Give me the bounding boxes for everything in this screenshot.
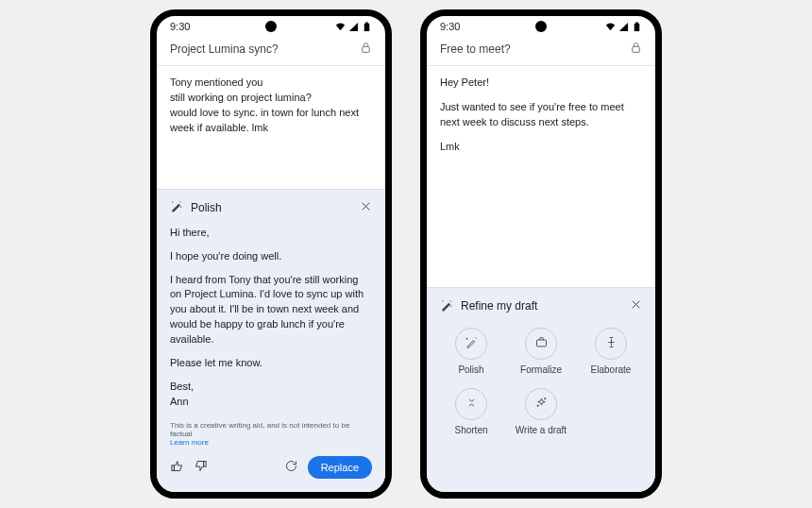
briefcase-icon — [534, 335, 549, 353]
chip-polish[interactable]: Polish — [440, 328, 502, 375]
learn-more-link[interactable]: Learn more — [170, 438, 209, 447]
panel-title-text: Polish — [191, 201, 222, 214]
magic-pen-icon — [170, 199, 183, 215]
body-line: Tony mentioned you — [170, 76, 372, 91]
body-line: would love to sync. in town for lunch ne… — [170, 106, 372, 136]
lock-icon — [630, 41, 642, 58]
signal-icon — [618, 22, 629, 32]
svg-point-11 — [450, 305, 451, 306]
chip-elaborate[interactable]: Elaborate — [580, 328, 642, 375]
svg-point-4 — [180, 207, 181, 208]
battery-icon — [632, 22, 642, 32]
polish-line: Please let me know. — [170, 356, 372, 371]
panel-title: Refine my draft — [440, 298, 537, 314]
wifi-icon — [335, 22, 346, 32]
shorten-icon — [465, 396, 479, 414]
svg-point-12 — [466, 338, 467, 339]
wand-icon — [465, 335, 479, 353]
polish-line: Best, — [170, 380, 372, 395]
body-line: Just wanted to see if you're free to mee… — [440, 100, 642, 130]
camera-hole — [535, 21, 547, 32]
status-time: 9:30 — [170, 21, 190, 32]
status-bar: 9:30 — [157, 16, 385, 37]
panel-body: Hi there, I hope you're doing well. I he… — [157, 222, 385, 415]
disclaimer: This is a creative writing aid, and is n… — [157, 415, 385, 449]
wifi-icon — [605, 22, 616, 32]
phone-left: 9:30 Project Lumina sync? Tony mentioned… — [150, 9, 392, 499]
svg-rect-1 — [365, 22, 368, 23]
magic-pen-icon — [440, 298, 453, 314]
status-icons — [605, 22, 642, 32]
svg-rect-7 — [634, 23, 640, 30]
chip-label: Elaborate — [591, 364, 632, 375]
body-line: still working on project lumina? — [170, 91, 372, 106]
panel-title-text: Refine my draft — [461, 299, 537, 313]
close-button[interactable] — [360, 199, 372, 216]
svg-point-10 — [442, 300, 443, 301]
svg-rect-9 — [633, 46, 640, 52]
sparkle-icon — [534, 396, 549, 414]
chip-label: Shorten — [454, 425, 487, 435]
status-icons — [335, 22, 372, 32]
svg-rect-2 — [363, 46, 370, 52]
signal-icon — [348, 22, 359, 32]
email-subject[interactable]: Project Lumina sync? — [170, 42, 279, 56]
camera-hole — [265, 21, 277, 32]
polish-line: I heard from Tony that you're still work… — [170, 273, 372, 348]
phone-right: 9:30 Free to meet? Hey Peter! Just wante… — [420, 9, 662, 499]
status-bar: 9:30 — [427, 16, 655, 37]
close-button[interactable] — [630, 297, 642, 314]
refine-options: Polish Formalize Elaborate Shorten — [427, 320, 655, 445]
email-body[interactable]: Hey Peter! Just wanted to see if you're … — [427, 66, 655, 164]
panel-title: Polish — [170, 199, 222, 215]
email-subject[interactable]: Free to meet? — [440, 42, 511, 56]
subject-row: Project Lumina sync? — [157, 37, 385, 66]
chip-label: Polish — [458, 364, 483, 375]
replace-button[interactable]: Replace — [308, 456, 372, 479]
svg-rect-13 — [536, 340, 546, 347]
subject-row: Free to meet? — [427, 37, 655, 66]
svg-rect-6 — [204, 461, 207, 466]
thumbs-down-button[interactable] — [194, 459, 208, 477]
svg-point-15 — [537, 405, 538, 406]
body-line: Hey Peter! — [440, 76, 642, 91]
svg-rect-8 — [635, 22, 638, 23]
chip-label: Write a draft — [516, 425, 567, 435]
action-row: Replace — [157, 449, 385, 492]
elaborate-icon — [604, 335, 618, 353]
lock-icon — [360, 41, 372, 58]
status-time: 9:30 — [440, 21, 460, 32]
panel-header: Polish — [157, 190, 385, 222]
polish-line: I hope you're doing well. — [170, 249, 372, 264]
regenerate-button[interactable] — [284, 459, 298, 477]
disclaimer-text: This is a creative writing aid, and is n… — [170, 421, 349, 438]
chip-label: Formalize — [520, 364, 562, 375]
thumbs-up-button[interactable] — [170, 459, 184, 477]
polish-line: Hi there, — [170, 226, 372, 241]
body-line: Lmk — [440, 140, 642, 155]
svg-rect-5 — [172, 465, 175, 470]
refine-panel: Refine my draft Polish Formalize — [427, 287, 655, 492]
chip-write-draft[interactable]: Write a draft — [510, 388, 572, 435]
panel-header: Refine my draft — [427, 288, 655, 320]
svg-rect-0 — [364, 23, 370, 30]
svg-point-3 — [172, 201, 173, 202]
email-body[interactable]: Tony mentioned you still working on proj… — [157, 66, 385, 145]
battery-icon — [362, 22, 372, 32]
svg-point-14 — [544, 398, 545, 398]
chip-shorten[interactable]: Shorten — [440, 388, 502, 435]
polish-line: Ann — [170, 395, 372, 410]
polish-panel: Polish Hi there, I hope you're doing wel… — [157, 189, 385, 492]
chip-formalize[interactable]: Formalize — [510, 328, 572, 375]
